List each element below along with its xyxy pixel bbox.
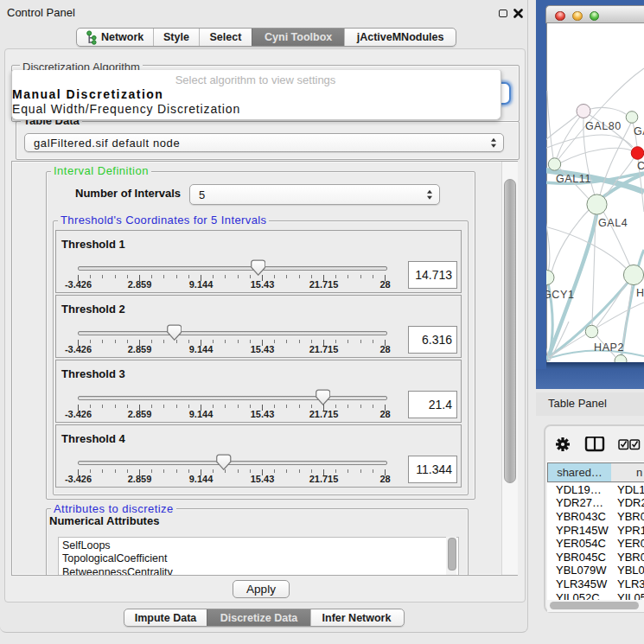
svg-text:C: C [637, 160, 644, 172]
svg-text:GA: GA [634, 125, 644, 137]
svg-text:GAL11: GAL11 [556, 173, 591, 185]
svg-text:GAL80: GAL80 [585, 120, 622, 132]
svg-text:H: H [636, 287, 644, 299]
svg-text:GCY1: GCY1 [546, 289, 574, 301]
svg-text:HAP2: HAP2 [594, 341, 624, 354]
svg-text:GAL4: GAL4 [598, 217, 628, 229]
